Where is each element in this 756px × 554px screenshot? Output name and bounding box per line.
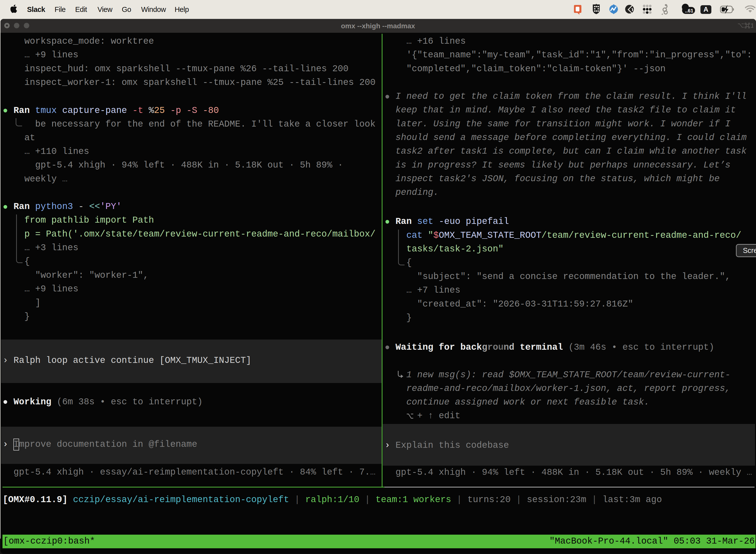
svg-text:..61: ..61 <box>685 8 693 13</box>
svg-text:1: 1 <box>751 22 753 29</box>
